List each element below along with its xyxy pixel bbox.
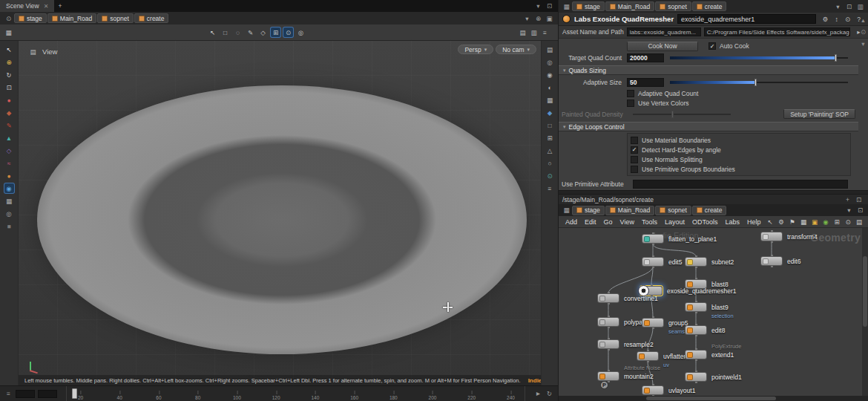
slider-handle[interactable] [671,111,674,118]
pane-menu-icon[interactable]: ▾ [533,1,543,11]
detect-hard-edges-checkbox[interactable]: ✓ [631,146,638,154]
sync-icon[interactable]: ↕ [832,14,841,24]
points-icon[interactable]: ○ [545,158,555,168]
normals-icon[interactable]: △ [545,146,555,155]
select-mode-icon[interactable]: ↖ [208,27,217,37]
menu-odtools[interactable]: ODTools [692,218,718,226]
panel-icon[interactable]: ⊡ [854,195,864,204]
palette-icon[interactable]: ▣ [810,217,820,226]
tab-scene-view[interactable]: Scene View ✕ [0,0,54,12]
grid-display-icon[interactable]: ⊞ [545,133,555,143]
breadcrumb-sopnet[interactable]: sopnet [655,1,691,11]
auto-cook-checkbox[interactable]: ✓ [708,42,716,50]
loop-icon[interactable]: ↻ [545,389,554,399]
scroll-down-icon[interactable]: ▾ [858,39,868,48]
layout-grid-icon[interactable]: ▦ [4,27,13,37]
edit-tool-icon[interactable]: ✎ [4,120,14,130]
network-vscrollbar[interactable] [862,228,868,396]
close-tab-icon[interactable]: ✕ [44,3,49,10]
display-icon[interactable]: ▦ [799,217,809,226]
network-hscrollbar[interactable] [559,396,868,401]
asset-name-field[interactable]: labs::exoside_quadrem... [627,27,701,36]
camera-tool-icon[interactable]: ◎ [4,209,14,218]
material-icon[interactable]: ◆ [545,108,555,117]
dropdown-icon[interactable]: ▾ [833,1,843,11]
node-pointweld1[interactable]: pointweld1 [685,372,707,382]
flag-icon[interactable]: ⚑ [788,217,798,226]
tools-icon[interactable]: ⚙ [777,217,786,226]
scroll-up-icon[interactable]: ▴ [858,15,868,25]
adaptive-quad-count-checkbox[interactable] [627,90,634,97]
scroll-handle[interactable] [863,256,867,327]
dropdown-icon[interactable]: ▾ [522,13,532,23]
play-controls-icon[interactable]: ► [533,389,543,399]
scene-viewport[interactable]: ▤ View Persp▾ No cam▾ Left mouse tumbles… [19,41,541,385]
handles-display-icon[interactable]: ⊙ [545,171,555,180]
panel-grid-icon[interactable]: ▦ [562,206,571,215]
camera-menu[interactable]: No cam▾ [496,45,536,54]
display-options-icon[interactable]: ≡ [545,183,555,193]
wireframe-icon[interactable]: ▦ [545,95,555,105]
node-mountain2[interactable]: mountain2Attribute Noise [597,371,619,381]
new-tab-icon[interactable]: + [55,1,65,11]
adaptive-size-slider[interactable] [670,78,848,87]
use-primitive-attribute-field[interactable] [633,180,848,189]
zoom-icon[interactable]: ⊙ [844,217,853,226]
node-group5[interactable]: group5seams [642,318,664,327]
node-convertline1[interactable]: convertline1 [597,293,619,303]
menu-layout[interactable]: Layout [665,218,685,226]
sculpt-tool-icon[interactable]: ◆ [4,108,14,117]
use-normals-splitting-checkbox[interactable] [631,156,638,163]
asset-path-field[interactable]: C:/Program Files/Side Effects Software/s… [704,27,850,36]
breadcrumb-create[interactable]: create [692,206,727,215]
node-extend1[interactable]: extend1PolyExtrude [685,350,707,359]
split-icon[interactable]: ▥ [855,1,865,11]
network-canvas[interactable]: Indie Edition Geometry flatten_to_plane1… [559,228,868,396]
multi-snap-icon[interactable]: ◎ [296,27,306,37]
breadcrumb-sopnet[interactable]: sopnet [655,206,691,215]
breadcrumb-create[interactable]: create [692,1,727,11]
node-name-field[interactable]: exoside_quadremesher1 [677,14,816,24]
menu-help[interactable]: Help [747,218,761,226]
box-select-icon[interactable]: □ [220,27,230,37]
breadcrumb-create[interactable]: create [134,13,169,23]
menu-go[interactable]: Go [604,218,613,226]
more-icon[interactable]: ≡ [866,217,868,226]
section-edge-loops-control[interactable]: ▾ Edge Loops Control [559,122,858,131]
display-panel-icon[interactable]: ▤ [518,27,527,37]
setup-painting-sop-button[interactable]: Setup 'Painting' SOP [783,109,855,119]
breadcrumb-stage[interactable]: stage [14,13,47,23]
node-edit6[interactable]: edit6 [760,256,783,266]
range-field[interactable] [38,390,57,398]
node-transform4[interactable]: transform4 [760,232,783,241]
misc-tool-icon[interactable]: ■ [4,221,14,231]
layout-icon[interactable]: ▥ [529,27,539,37]
move-tool-icon[interactable]: ⊕ [4,57,14,67]
slider-handle[interactable] [754,79,757,86]
use-primitive-groups-checkbox[interactable] [631,166,638,173]
snap-grid-icon[interactable]: ⊞ [271,27,280,37]
node-resample2[interactable]: resample2 [597,339,619,349]
crowd-tool-icon[interactable]: ● [4,171,14,180]
adaptive-size-value[interactable]: 50 [627,78,664,87]
projection-menu[interactable]: Persp▾ [458,45,493,54]
cloth-tool-icon[interactable]: ◇ [4,146,14,155]
timeline-options-icon[interactable]: ≡ [4,389,13,399]
menu-view[interactable]: View [620,218,634,226]
pane-icon[interactable]: ▣ [545,13,554,23]
node-subnet2[interactable]: subnet2 [685,257,707,267]
breadcrumb-stage[interactable]: stage [572,206,605,215]
cook-now-button[interactable]: Cook Now [627,42,698,51]
dropdown-icon[interactable]: ▾ [844,206,854,215]
labs-icon[interactable]: ◉ [821,217,831,226]
node-edit8[interactable]: edit8 [685,325,707,335]
pane-max-icon[interactable]: ⊡ [545,1,554,11]
painted-quad-density-slider[interactable] [633,110,731,119]
target-quad-count-slider[interactable] [670,53,848,62]
breadcrumb-main-road[interactable]: Main_Road [605,206,654,215]
pin-icon[interactable]: ⊙ [4,13,13,23]
breadcrumb-main-road[interactable]: Main_Road [47,13,96,23]
node-polypath1[interactable]: polypath1 [597,317,619,327]
layout-panes-icon[interactable]: ▤ [855,217,864,226]
scroll-handle[interactable] [646,397,776,400]
